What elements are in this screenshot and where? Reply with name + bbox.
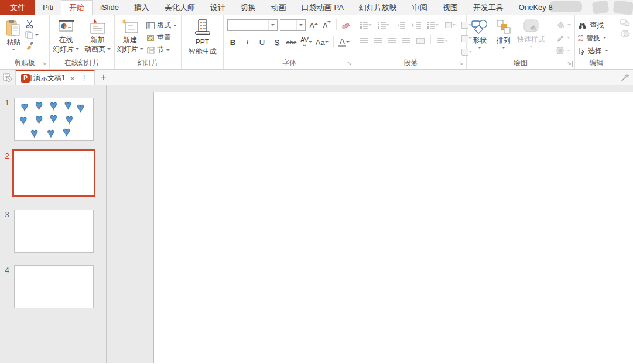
menu-tab-review[interactable]: 审阅 — [405, 0, 435, 15]
copy-button[interactable] — [25, 31, 39, 39]
dropdown-caret-icon — [605, 50, 608, 53]
new-anim-page-icon — [89, 19, 107, 35]
font-dialog-launcher[interactable]: ↘ — [347, 61, 353, 67]
dropdown-caret-icon — [567, 50, 570, 53]
text-direction-button[interactable] — [443, 19, 457, 31]
magic-wand-icon — [620, 73, 630, 83]
drawing-group-label: 绘图 — [467, 58, 574, 68]
new-anim-page-label-1: 新加 — [91, 36, 105, 44]
menu-tab-file[interactable]: 文件 — [0, 0, 35, 15]
align-right-button[interactable] — [386, 35, 398, 47]
decor-blob — [592, 0, 610, 15]
online-slides-button[interactable]: 在线 幻灯片 — [52, 18, 80, 60]
slide-4-number: 4 — [0, 265, 14, 274]
font-name-combobox[interactable] — [227, 19, 278, 31]
arrange-button[interactable]: 排列 — [492, 18, 515, 60]
cut-button[interactable] — [25, 20, 39, 29]
document-tab-presentation1[interactable]: P 演示文稿1 × ⋮ — [15, 70, 95, 85]
change-case-button[interactable]: Aa — [316, 36, 329, 48]
new-document-tab-button[interactable]: + — [95, 70, 112, 85]
numbered-list-icon — [378, 22, 380, 29]
paragraph-dialog-launcher[interactable]: ↘ — [459, 61, 464, 67]
decrease-indent-button[interactable] — [394, 19, 407, 31]
tab-more-icon[interactable]: ⋮ — [80, 74, 89, 83]
shape-outline-icon — [556, 34, 564, 42]
recent-files-button[interactable] — [0, 70, 15, 85]
grow-font-button[interactable]: A — [308, 19, 319, 31]
shape-outline-button[interactable] — [555, 32, 573, 43]
menu-tab-islide[interactable]: iSlide — [93, 0, 126, 15]
distribute-button[interactable] — [415, 35, 426, 47]
menu-tab-design[interactable]: 设计 — [203, 0, 233, 15]
heart-shape-icon: ♥ — [50, 112, 57, 124]
ribbon-group-online-slides: 在线 幻灯片 新加 动画页 在线幻灯片 — [50, 15, 115, 69]
shape-fill-button[interactable] — [555, 19, 573, 30]
combine-shapes-button[interactable] — [620, 30, 631, 37]
magic-wand-button[interactable] — [617, 70, 633, 85]
underline-button[interactable]: U — [256, 36, 268, 48]
slide-1-thumbnail[interactable]: ♥♥♥♥♥♥♥♥♥♥♥♥ — [14, 98, 94, 141]
numbering-button[interactable] — [377, 19, 392, 31]
merge-shapes-button[interactable] — [620, 19, 631, 26]
format-painter-button[interactable] — [25, 42, 39, 50]
strikethrough-button[interactable]: abc — [286, 36, 297, 48]
find-button[interactable]: 查找 — [577, 19, 610, 32]
slide-3-thumbnail[interactable] — [14, 210, 94, 253]
increase-indent-button[interactable] — [410, 19, 423, 31]
select-cursor-icon — [578, 47, 585, 55]
italic-button[interactable]: I — [242, 36, 253, 48]
shrink-font-button[interactable]: A — [321, 19, 333, 31]
menu-tab-insert[interactable]: 插入 — [126, 0, 157, 15]
menu-tab-animations[interactable]: 动画 — [264, 0, 294, 15]
slide-2-thumbnail[interactable] — [12, 149, 95, 197]
close-document-icon[interactable]: × — [69, 74, 76, 83]
slide-4-thumbnail[interactable] — [14, 265, 94, 308]
paste-label: 粘贴 — [6, 38, 20, 46]
menu-tab-meihua[interactable]: 美化大师 — [157, 0, 203, 15]
menu-tab-view[interactable]: 视图 — [435, 0, 466, 15]
bold-button[interactable]: B — [227, 36, 238, 48]
new-anim-page-button[interactable]: 新加 动画页 — [83, 18, 112, 60]
bullets-button[interactable] — [358, 19, 374, 31]
online-slide-icon — [57, 19, 75, 35]
menu-tab-home[interactable]: 开始 — [61, 0, 93, 15]
menu-tab-transitions[interactable]: 切换 — [233, 0, 264, 15]
dropdown-caret-icon — [76, 48, 79, 51]
justify-button[interactable] — [401, 35, 412, 47]
menu-tab-onekey[interactable]: OneKey 8 — [511, 0, 560, 15]
columns-button[interactable] — [435, 35, 450, 47]
slide-row-2: 2 — [0, 151, 95, 197]
layout-button[interactable]: 版式 — [145, 19, 179, 32]
replace-ac-glyph: ac — [578, 38, 583, 42]
new-slide-button[interactable]: 新建 幻灯片 — [117, 18, 143, 60]
menu-tab-developer[interactable]: 开发工具 — [466, 0, 511, 15]
shape-effects-button[interactable] — [555, 45, 573, 56]
clipboard-dialog-launcher[interactable]: ↘ — [42, 61, 47, 67]
section-button[interactable]: 节 — [145, 44, 179, 56]
menu-tab-pocket-anim[interactable]: 口袋动画 PA — [294, 0, 351, 15]
slide-editing-page[interactable] — [153, 92, 633, 363]
font-size-combobox[interactable] — [280, 19, 306, 31]
text-shadow-button[interactable]: S — [271, 36, 282, 48]
drawing-dialog-launcher[interactable]: ↘ — [567, 61, 573, 67]
shape-fill-icon — [556, 21, 565, 29]
font-color-button[interactable]: A — [338, 36, 350, 48]
heart-shape-icon: ♥ — [64, 98, 71, 111]
align-left-button[interactable] — [358, 35, 369, 47]
shapes-button[interactable]: 形状 — [468, 18, 491, 60]
quick-styles-button[interactable]: 快速样式 — [516, 18, 546, 60]
char-spacing-button[interactable]: AV↔ — [300, 36, 312, 48]
clear-format-button[interactable] — [340, 19, 351, 31]
dropdown-caret-icon — [478, 47, 481, 50]
replace-button[interactable]: ab ac 替换 — [577, 32, 610, 44]
ppt-smart-generate-button[interactable]: PPT 智能生成 — [184, 18, 221, 60]
heart-shape-icon: ♥ — [66, 112, 73, 125]
combo-arrow-icon — [268, 20, 277, 30]
select-button[interactable]: 选择 — [577, 44, 610, 57]
menu-tab-slideshow[interactable]: 幻灯片放映 — [351, 0, 405, 15]
menu-tab-piti[interactable]: Piti — [35, 0, 61, 15]
align-center-button[interactable] — [372, 35, 384, 47]
reset-button[interactable]: 重置 — [145, 32, 179, 44]
line-spacing-button[interactable] — [426, 19, 440, 31]
paste-button[interactable]: 粘贴 — [2, 18, 25, 60]
